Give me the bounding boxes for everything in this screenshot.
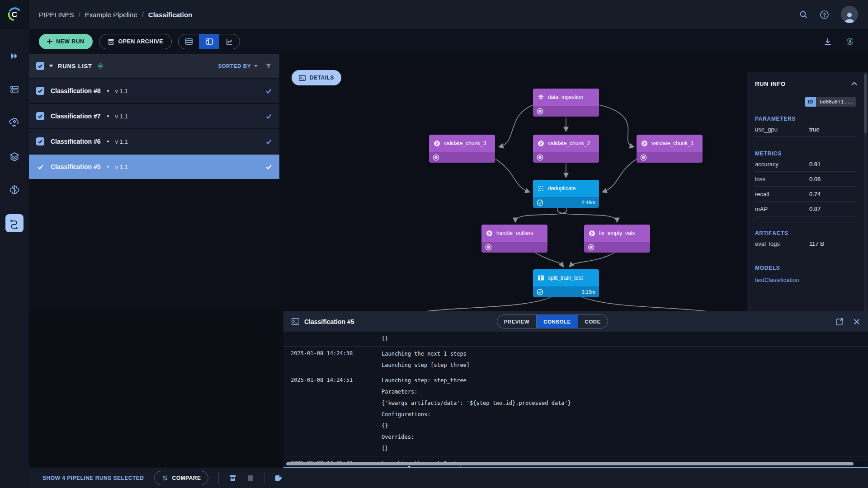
svg-text:C: C <box>12 10 17 19</box>
node-deduplicate[interactable]: deduplicate 2:48m <box>533 180 599 208</box>
metric-value: 0.87 <box>809 206 821 212</box>
user-avatar[interactable] <box>841 6 858 23</box>
log-line: Parameters: <box>382 386 868 398</box>
row-selected-check-icon[interactable] <box>36 164 44 170</box>
models-heading: MODELS <box>755 265 856 271</box>
node-split-train-test[interactable]: split_train_test 3:19m <box>533 269 599 297</box>
log-timestamp <box>283 332 367 344</box>
row-checkbox[interactable] <box>36 137 44 145</box>
artifact-value: 117 B <box>809 240 824 247</box>
run-info-scrollbar-thumb[interactable] <box>864 74 867 133</box>
open-archive-button[interactable]: OPEN ARCHIVE <box>99 34 172 49</box>
new-run-button[interactable]: NEW RUN <box>39 34 93 49</box>
details-button[interactable]: DETAILS <box>292 70 341 85</box>
footer-divider <box>218 472 219 484</box>
status-queued-icon <box>537 154 543 161</box>
node-validate-chunk-2[interactable]: validate_chunk_2 <box>533 135 599 163</box>
run-id-chip[interactable]: ID bd00a0f1... <box>805 97 856 107</box>
run-row-classification-5-selected[interactable]: Classification #5 v 1.1 <box>29 155 279 179</box>
runs-list-body: Classification #8 v 1.1 Classification #… <box>29 78 279 311</box>
table-view-button[interactable] <box>179 34 199 49</box>
console-tabs: PREVIEW CONSOLE CODE <box>497 314 608 328</box>
metric-value: 0.74 <box>809 191 821 197</box>
status-queued-icon <box>537 108 543 115</box>
console-log[interactable]: Overrides: {} 2025-01-08 14:24:38 Launch… <box>283 332 868 467</box>
id-value: bd00a0f1... <box>816 97 856 107</box>
run-status-check-icon <box>265 113 272 120</box>
download-icon[interactable] <box>824 38 832 46</box>
sorted-by-control[interactable]: SORTED BY <box>218 63 258 69</box>
artifacts-heading: ARTIFACTS <box>755 230 856 236</box>
run-row-classification-7[interactable]: Classification #7 v 1.1 <box>29 104 279 128</box>
nav-data-processing-icon[interactable] <box>5 114 24 132</box>
breadcrumb-project[interactable]: Example Pipeline <box>85 11 137 19</box>
details-label: DETAILS <box>310 75 334 81</box>
separator-dot <box>107 141 109 142</box>
run-row-classification-6[interactable]: Classification #6 v 1.1 <box>29 129 279 154</box>
model-link[interactable]: textClassification <box>755 277 856 283</box>
tab-preview[interactable]: PREVIEW <box>497 315 537 328</box>
run-row-classification-8[interactable]: Classification #8 v 1.1 <box>29 79 279 103</box>
log-line: Launching step: step_three <box>382 375 868 386</box>
metric-row: loss 0.06 <box>755 172 856 187</box>
tag-icon[interactable] <box>274 474 283 482</box>
node-validate-chunk-1[interactable]: validate_chunk_1 <box>637 135 703 163</box>
help-icon[interactable]: ? <box>820 10 829 19</box>
node-validate-chunk-3[interactable]: validate_chunk_3 <box>429 135 495 163</box>
breadcrumb-pipelines[interactable]: PIPELINES <box>39 11 74 19</box>
compare-icon <box>162 475 168 481</box>
auto-refresh-icon[interactable] <box>845 37 854 46</box>
nav-pipelines-icon[interactable] <box>5 214 24 232</box>
nav-models-icon[interactable] <box>5 181 24 199</box>
compare-button[interactable]: COMPARE <box>154 471 209 485</box>
chart-view-button[interactable] <box>219 34 240 49</box>
filter-icon[interactable] <box>265 62 272 70</box>
metric-row: recall 0.74 <box>755 187 856 202</box>
nav-workers-queues-icon[interactable] <box>5 80 24 99</box>
clearml-logo[interactable]: C <box>0 0 29 29</box>
row-checkbox[interactable] <box>36 112 44 120</box>
node-handle-outliers[interactable]: handle_outliers <box>481 225 547 253</box>
split-view-button[interactable] <box>199 34 219 49</box>
run-version: v 1.1 <box>115 88 128 94</box>
status-queued-icon <box>588 244 594 251</box>
nav-projects-icon[interactable] <box>5 47 24 65</box>
console-header: Classification #5 PREVIEW CONSOLE CODE <box>283 311 868 332</box>
pipeline-graph-area[interactable]: DETAILS <box>279 54 868 311</box>
customize-columns-icon[interactable] <box>97 62 104 70</box>
search-icon[interactable] <box>799 10 808 19</box>
node-duration: 2:48m <box>581 200 595 205</box>
collapse-panel-icon[interactable] <box>851 82 857 88</box>
node-data-ingestion[interactable]: data_ingestion <box>533 89 599 117</box>
archive-action-icon[interactable] <box>229 474 237 482</box>
svg-text:?: ? <box>823 12 826 17</box>
status-queued-icon <box>640 154 647 161</box>
dedup-scatter-icon <box>538 185 544 192</box>
select-all-checkbox[interactable] <box>36 62 44 70</box>
runs-list-header: RUNS LIST SORTED BY <box>29 54 279 78</box>
status-queued-icon <box>433 154 439 161</box>
tab-console[interactable]: CONSOLE <box>536 315 577 328</box>
tab-code[interactable]: CODE <box>578 315 608 328</box>
status-completed-icon <box>537 199 543 206</box>
artifact-label: eval_logs <box>755 240 809 247</box>
node-fix-empty-vals[interactable]: fix_empty_vals <box>584 225 650 253</box>
select-dropdown-caret[interactable] <box>49 65 53 67</box>
sorted-by-caret <box>254 65 258 67</box>
metric-label: mAP <box>755 206 809 212</box>
row-checkbox[interactable] <box>36 87 44 95</box>
selected-runs-text[interactable]: SHOW 4 PIPELINE RUNS SELECTED <box>42 475 144 481</box>
metric-value: 0.06 <box>809 176 821 183</box>
log-row: 2025-01-08 14:24:51 Launching step: step… <box>283 373 868 456</box>
console-scrollbar-thumb[interactable] <box>286 462 854 465</box>
console-run-title: Classification #5 <box>304 318 354 325</box>
separator-dot <box>107 166 109 168</box>
metric-label: recall <box>755 191 809 197</box>
breadcrumb-separator: / <box>142 11 144 19</box>
close-icon[interactable] <box>854 319 860 325</box>
nav-datasets-icon[interactable] <box>5 147 24 165</box>
step-icon <box>589 230 595 237</box>
console-horizontal-scrollbar <box>284 462 863 466</box>
open-in-window-icon[interactable] <box>836 318 844 325</box>
run-version: v 1.1 <box>115 138 128 145</box>
